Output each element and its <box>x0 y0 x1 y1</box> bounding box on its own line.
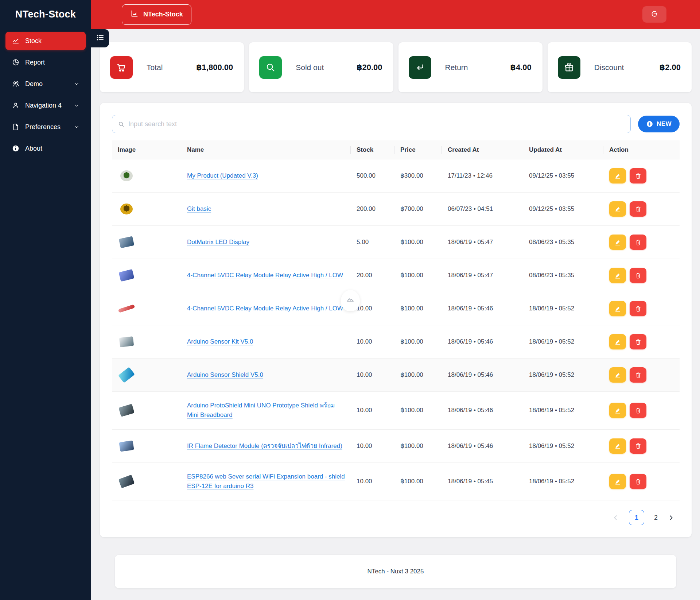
edit-button[interactable] <box>609 235 626 250</box>
product-name-link[interactable]: 4-Channel 5VDC Relay Module Relay Active… <box>187 305 343 312</box>
edit-button[interactable] <box>609 438 626 454</box>
trash-icon <box>635 173 642 179</box>
sidebar-title: NTech-Stock <box>0 0 91 32</box>
product-thumbnail <box>118 439 135 453</box>
product-name-link[interactable]: 4-Channel 5VDC Relay Module Relay Active… <box>187 272 343 279</box>
trash-icon <box>635 407 642 414</box>
users-icon <box>12 80 20 88</box>
column-header-stock[interactable]: Stock <box>351 146 394 154</box>
delete-button[interactable] <box>630 334 646 349</box>
sidebar-item-stock[interactable]: Stock <box>5 32 86 50</box>
delete-button[interactable] <box>630 235 646 250</box>
delete-button[interactable] <box>630 438 646 454</box>
new-button-label: NEW <box>657 120 672 128</box>
pagination: 12 <box>112 510 680 525</box>
delete-button[interactable] <box>630 268 646 283</box>
app-root: NTech-Stock Stock Report Demo Navigation… <box>0 0 700 600</box>
pagination-page-1[interactable]: 1 <box>629 510 644 525</box>
product-name-link[interactable]: DotMatrix LED Display <box>187 239 249 245</box>
cell-price: ฿100.00 <box>394 295 442 322</box>
sidebar-item-navigation-4[interactable]: Navigation 4 <box>5 96 86 115</box>
table-row: IR Flame Detector Module (ตรวจจับเปลวไฟด… <box>112 430 680 463</box>
product-name-link[interactable]: Git basic <box>187 205 211 212</box>
pencil-icon <box>614 305 621 312</box>
cell-image <box>112 226 181 259</box>
product-thumbnail <box>118 334 135 349</box>
cell-price: ฿300.00 <box>394 162 442 190</box>
sidebar-item-about[interactable]: About <box>5 139 86 158</box>
product-thumbnail <box>118 268 135 283</box>
pencil-icon <box>614 206 621 213</box>
pagination-page-2[interactable]: 2 <box>654 514 658 522</box>
sidebar-item-report[interactable]: Report <box>5 53 86 71</box>
cell-image <box>112 359 181 391</box>
trash-icon <box>635 338 642 345</box>
edit-button[interactable] <box>609 168 626 183</box>
cell-updated: 18/06/19 • 05:52 <box>523 328 603 356</box>
column-header-price[interactable]: Price <box>394 146 442 154</box>
main-area: NTech-Stock Total ฿1,800.00 Sold out ฿20… <box>91 0 700 600</box>
product-name-link[interactable]: Arduino Sensor Kit V5.0 <box>187 338 253 345</box>
edit-button[interactable] <box>609 367 626 383</box>
stat-cards: Total ฿1,800.00 Sold out ฿20.00 Return ฿… <box>100 42 692 92</box>
pagination-prev-button[interactable] <box>612 514 619 521</box>
product-thumbnail <box>118 235 135 249</box>
table-row: Git basic 200.00 ฿700.00 06/07/23 • 04:5… <box>112 193 680 226</box>
edit-button[interactable] <box>609 268 626 283</box>
pencil-icon <box>614 338 621 345</box>
product-name-link[interactable]: IR Flame Detector Module (ตรวจจับเปลวไฟด… <box>187 442 342 449</box>
delete-button[interactable] <box>630 474 646 489</box>
column-header-image[interactable]: Image <box>112 146 181 154</box>
new-button[interactable]: NEW <box>638 116 680 132</box>
cell-created: 17/11/23 • 12:46 <box>442 162 523 190</box>
delete-button[interactable] <box>630 301 646 316</box>
cell-action <box>603 235 680 250</box>
stock-panel: NEW ImageNameStockPriceCreated AtUpdated… <box>100 103 692 537</box>
file-icon <box>12 123 20 131</box>
product-name-link[interactable]: My Product (Updated V.3) <box>187 172 258 179</box>
column-header-created-at[interactable]: Created At <box>442 146 523 154</box>
sidebar-item-demo[interactable]: Demo <box>5 75 86 93</box>
edit-button[interactable] <box>609 474 626 489</box>
trash-icon <box>635 478 642 485</box>
cell-updated: 18/06/19 • 05:52 <box>523 295 603 322</box>
product-name-link[interactable]: Arduino ProtoShield Mini UNO Prototype S… <box>187 402 335 418</box>
logout-button[interactable] <box>642 6 666 23</box>
pagination-next-button[interactable] <box>668 514 674 521</box>
pencil-icon <box>614 239 621 246</box>
brand-button[interactable]: NTech-Stock <box>122 4 191 25</box>
cart-icon <box>110 56 133 79</box>
delete-button[interactable] <box>630 168 646 183</box>
sidebar-collapse-button[interactable] <box>91 29 109 47</box>
product-name-link[interactable]: ESP8266 web Sever serial WiFi Expansion … <box>187 473 345 489</box>
delete-button[interactable] <box>630 367 646 383</box>
cell-price: ฿100.00 <box>394 396 442 424</box>
cell-stock: 5.00 <box>351 228 394 256</box>
cell-created: 18/06/19 • 05:46 <box>442 432 523 460</box>
sidebar: NTech-Stock Stock Report Demo Navigation… <box>0 0 91 600</box>
pencil-icon <box>614 372 621 379</box>
search-input[interactable] <box>128 120 625 128</box>
menu-list-icon <box>96 33 105 43</box>
logout-icon <box>650 9 659 20</box>
edit-button[interactable] <box>609 301 626 316</box>
content: Total ฿1,800.00 Sold out ฿20.00 Return ฿… <box>91 29 700 588</box>
edit-button[interactable] <box>609 201 626 217</box>
column-header-action[interactable]: Action <box>603 146 680 154</box>
table-row: 4-Channel 5VDC Relay Module Relay Active… <box>112 292 680 325</box>
return-icon <box>409 56 431 79</box>
delete-button[interactable] <box>630 403 646 418</box>
gift-icon <box>558 56 580 79</box>
chevron-down-icon <box>74 102 79 108</box>
delete-button[interactable] <box>630 201 646 217</box>
column-header-updated-at[interactable]: Updated At <box>523 146 603 154</box>
product-name-link[interactable]: Arduino Sensor Shield V5.0 <box>187 371 263 378</box>
edit-button[interactable] <box>609 334 626 349</box>
edit-button[interactable] <box>609 403 626 418</box>
sidebar-item-preferences[interactable]: Preferences <box>5 118 86 136</box>
column-header-name[interactable]: Name <box>181 146 351 154</box>
stat-card-discount: Discount ฿2.00 <box>548 42 692 92</box>
pencil-icon <box>614 272 621 279</box>
cell-action <box>603 334 680 349</box>
cell-created: 18/06/19 • 05:46 <box>442 396 523 424</box>
